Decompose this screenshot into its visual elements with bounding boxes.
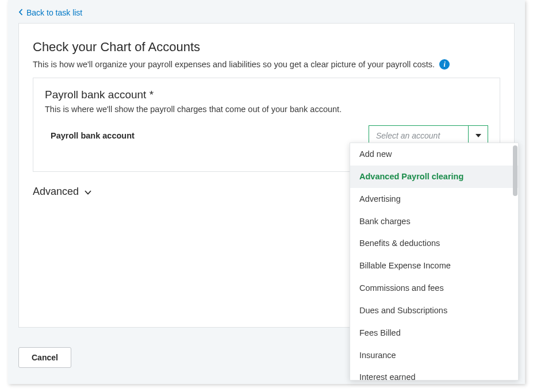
advanced-toggle[interactable]: Advanced [33,186,91,198]
page-subtitle-text: This is how we'll organize your payroll … [33,60,435,69]
advanced-label: Advanced [33,186,79,198]
section-description: This is where we'll show the payroll cha… [45,105,488,114]
dropdown-option[interactable]: Advanced Payroll clearing [350,166,518,188]
dropdown-option[interactable]: Advertising [350,188,518,210]
select-placeholder-text: Select an account [369,131,468,140]
dropdown-option[interactable]: Fees Billed [350,322,518,344]
section-title: Payroll bank account * [45,89,488,101]
dropdown-option[interactable]: Add new [350,143,518,166]
chevron-left-icon [18,8,23,17]
info-icon[interactable]: i [439,59,450,70]
dropdown-option[interactable]: Insurance [350,344,518,367]
payroll-bank-account-label: Payroll bank account [51,131,135,140]
dropdown-option[interactable]: Billable Expense Income [350,255,518,277]
back-link-label: Back to task list [26,8,82,17]
page-title: Check your Chart of Accounts [33,40,500,55]
dropdown-option[interactable]: Interest earned [350,366,518,380]
dropdown-scrollbar[interactable] [513,145,517,196]
back-to-task-list-link[interactable]: Back to task list [8,0,93,23]
page-subtitle-row: This is how we'll organize your payroll … [33,59,500,70]
dropdown-option[interactable]: Bank charges [350,210,518,233]
dropdown-option[interactable]: Commissions and fees [350,277,518,299]
chevron-down-icon [85,186,91,198]
dropdown-option[interactable]: Benefits & deductions [350,232,518,255]
dropdown-option[interactable]: Dues and Subscriptions [350,299,518,322]
cancel-button[interactable]: Cancel [18,347,71,368]
account-dropdown-menu: Add newAdvanced Payroll clearingAdvertis… [350,143,519,381]
